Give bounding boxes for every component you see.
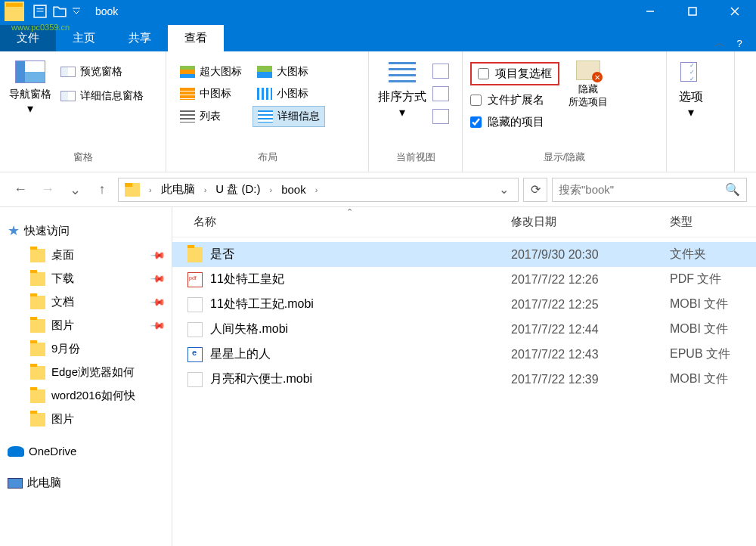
details-icon [258, 110, 273, 123]
ribbon-tabs: 文件 主页 共享 查看 ︿ ? [0, 23, 756, 51]
qat-properties-icon[interactable] [33, 5, 47, 18]
column-header-type[interactable]: 类型 [670, 215, 750, 229]
layout-extra-large-icons[interactable]: 超大图标 [175, 62, 248, 82]
layout-medium-icons[interactable]: 中图标 [175, 84, 248, 104]
folder-icon [30, 413, 45, 427]
l-icons-icon [257, 66, 272, 78]
column-headers: 名称 ⌃ 修改日期 类型 [172, 207, 756, 237]
sidebar-item[interactable]: Edge浏览器如何 [0, 361, 172, 384]
minimize-button[interactable] [629, 0, 671, 23]
file-row[interactable]: 人间失格.mobi 2017/7/22 12:44 MOBI 文件 [172, 317, 756, 342]
address-bar: ← → ⌄ ↑ › 此电脑 › U 盘 (D:) › book › ⌄ ⟳ 🔍 [0, 172, 756, 207]
sidebar-onedrive[interactable]: OneDrive [0, 440, 172, 462]
sidebar-item[interactable]: 桌面📌 [0, 244, 172, 267]
file-type: EPUB 文件 [670, 346, 750, 362]
forward-button[interactable]: → [36, 178, 59, 201]
sidebar-item-label: word2016如何快 [51, 389, 135, 403]
file-name-cell: 月亮和六便士.mobi [178, 371, 511, 387]
tab-view[interactable]: 查看 [168, 25, 224, 51]
file-row[interactable]: 11处特工皇妃 2017/7/22 12:26 PDF 文件 [172, 267, 756, 292]
group-by-button[interactable] [432, 64, 449, 79]
column-header-name[interactable]: 名称 [178, 215, 511, 229]
file-extensions-toggle[interactable]: 文件扩展名 [470, 93, 559, 107]
preview-pane-button[interactable]: 预览窗格 [60, 65, 144, 79]
tab-file[interactable]: 文件 [0, 25, 56, 51]
back-button[interactable]: ← [9, 178, 32, 201]
sidebar-item[interactable]: 9月份 [0, 337, 172, 361]
qat-dropdown-icon[interactable] [73, 8, 80, 15]
layout-small-icons[interactable]: 小图标 [253, 84, 325, 104]
folder-icon [30, 389, 45, 403]
search-box[interactable]: 🔍 [552, 178, 747, 202]
sidebar-item[interactable]: 下载📌 [0, 267, 172, 290]
size-columns-button[interactable] [432, 109, 449, 124]
column-header-date[interactable]: 修改日期 [511, 215, 670, 229]
sidebar-item[interactable]: 图片📌 [0, 314, 172, 337]
file-date: 2017/7/22 12:25 [511, 298, 670, 312]
up-button[interactable]: ↑ [91, 178, 113, 201]
file-type: 文件夹 [670, 247, 750, 262]
item-checkboxes-toggle[interactable]: 项目复选框 [470, 62, 559, 85]
close-button[interactable] [714, 0, 756, 23]
sidebar-item[interactable]: 文档📌 [0, 290, 172, 314]
search-input[interactable] [559, 183, 725, 196]
options-button[interactable]: 选项 ▾ [673, 56, 709, 126]
file-name: 月亮和六便士.mobi [210, 371, 312, 387]
qat-newfolder-icon[interactable] [53, 5, 67, 18]
sidebar-item-label: 桌面 [51, 248, 74, 262]
tab-home[interactable]: 主页 [56, 25, 112, 51]
sidebar-item-label: 图片 [51, 318, 74, 333]
breadcrumb-item-0[interactable]: 此电脑 [158, 182, 198, 197]
ribbon-group-layout: 超大图标 大图标 中图标 小图标 列表 详细信息 布局 [166, 51, 369, 172]
file-icon [187, 372, 203, 387]
sidebar-item[interactable]: 图片 [0, 408, 172, 431]
breadcrumb-separator[interactable]: › [265, 185, 277, 194]
item-checkboxes-checkbox[interactable] [478, 68, 489, 79]
details-pane-button[interactable]: 详细信息窗格 [60, 89, 144, 103]
sort-indicator-icon: ⌃ [346, 207, 353, 217]
file-date: 2017/7/22 12:26 [511, 273, 670, 287]
layout-large-icons[interactable]: 大图标 [253, 62, 325, 82]
file-name-cell: 是否 [178, 247, 511, 262]
sidebar-item[interactable]: word2016如何快 [0, 384, 172, 408]
file-date: 2017/7/22 12:39 [511, 373, 670, 386]
sidebar-this-pc[interactable]: 此电脑 [0, 471, 172, 495]
pdf-icon [187, 272, 203, 287]
breadcrumb-separator[interactable]: › [311, 185, 323, 194]
breadcrumb-separator[interactable]: › [144, 185, 156, 194]
breadcrumb[interactable]: › 此电脑 › U 盘 (D:) › book › ⌄ [118, 178, 519, 202]
breadcrumb-item-2[interactable]: book [278, 183, 309, 196]
layout-list[interactable]: 列表 [175, 106, 248, 127]
file-row[interactable]: 月亮和六便士.mobi 2017/7/22 12:39 MOBI 文件 [172, 367, 756, 392]
layout-details[interactable]: 详细信息 [253, 106, 325, 127]
collapse-ribbon-icon[interactable]: ︿ [714, 36, 726, 51]
preview-pane-icon [60, 67, 76, 77]
sidebar-quick-access[interactable]: ★ 快速访问 [0, 218, 172, 244]
navigation-pane-button[interactable]: 导航窗格 ▾ [6, 56, 54, 120]
breadcrumb-separator[interactable]: › [200, 185, 212, 194]
maximize-button[interactable] [671, 0, 714, 23]
sidebar-item-label: Edge浏览器如何 [51, 365, 135, 380]
options-icon [679, 62, 703, 85]
hidden-items-toggle[interactable]: 隐藏的项目 [470, 115, 559, 129]
file-extensions-checkbox[interactable] [470, 95, 482, 106]
recent-locations-button[interactable]: ⌄ [64, 178, 86, 201]
refresh-button[interactable]: ⟳ [523, 178, 547, 202]
file-row[interactable]: 是否 2017/9/30 20:30 文件夹 [172, 242, 756, 267]
file-row[interactable]: 11处特工王妃.mobi 2017/7/22 12:25 MOBI 文件 [172, 292, 756, 317]
sort-by-button[interactable]: 排序方式 ▾ [375, 56, 429, 126]
group-label-layout: 布局 [172, 147, 362, 167]
file-date: 2017/7/22 12:43 [511, 348, 670, 361]
ribbon-right-controls: ︿ ? [714, 36, 756, 51]
hidden-items-checkbox[interactable] [470, 116, 482, 128]
tab-share[interactable]: 共享 [112, 25, 168, 51]
help-icon[interactable]: ? [732, 36, 747, 51]
file-row[interactable]: 星星上的人 2017/7/22 12:43 EPUB 文件 [172, 342, 756, 367]
file-icon [187, 297, 203, 312]
search-icon[interactable]: 🔍 [725, 182, 740, 197]
breadcrumb-dropdown[interactable]: ⌄ [493, 182, 515, 197]
hide-selected-button[interactable]: 隐藏所选项目 [567, 56, 609, 113]
breadcrumb-item-1[interactable]: U 盘 (D:) [212, 182, 263, 197]
add-columns-button[interactable] [432, 86, 449, 101]
group-label-currentview: 当前视图 [375, 147, 456, 167]
